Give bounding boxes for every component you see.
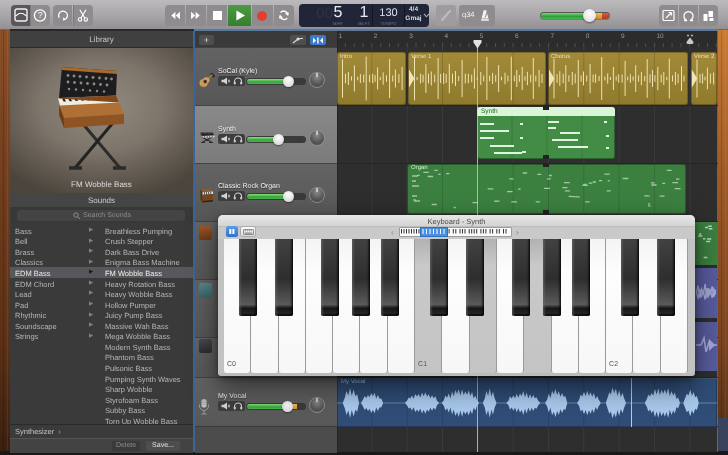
svg-text:?: ?	[38, 10, 43, 20]
